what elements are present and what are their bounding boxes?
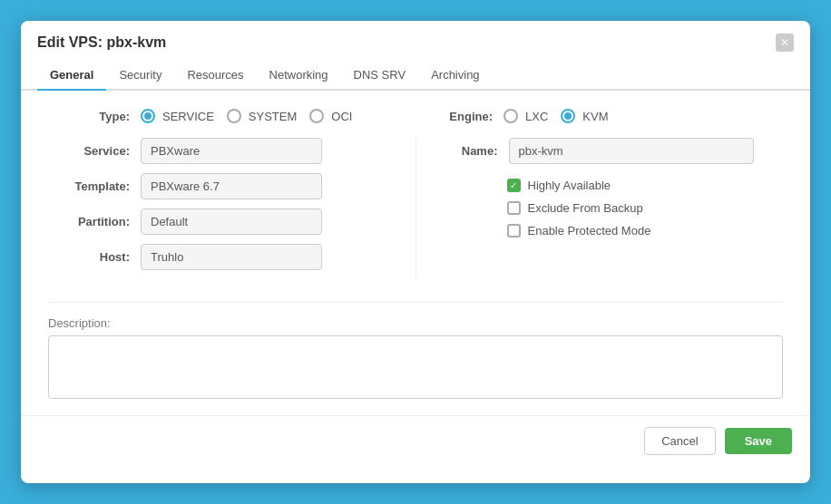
engine-kvm-label: KVM — [582, 110, 608, 123]
section-divider — [48, 302, 783, 303]
highly-available-check-icon[interactable] — [507, 179, 521, 192]
partition-input[interactable] — [141, 208, 322, 235]
edit-vps-dialog: Edit VPS: pbx-kvm ✕ General Security Res… — [21, 21, 810, 483]
protected-mode-label: Enable Protected Mode — [528, 224, 651, 237]
engine-lxc-option[interactable]: LXC — [503, 109, 548, 123]
tab-content: Type: SERVICE SYSTEM OCI — [21, 91, 810, 297]
host-input[interactable] — [141, 244, 322, 270]
engine-lxc-label: LXC — [525, 110, 548, 123]
service-input[interactable] — [141, 138, 322, 164]
engine-kvm-option[interactable]: KVM — [561, 109, 608, 123]
type-system-radio[interactable] — [227, 109, 241, 123]
dialog-vps-name: pbx-kvm — [106, 34, 166, 50]
description-section: Description: — [21, 307, 810, 411]
engine-lxc-radio[interactable] — [503, 109, 518, 123]
type-oci-label: OCI — [331, 110, 352, 123]
dialog-header: Edit VPS: pbx-kvm ✕ — [21, 21, 810, 61]
highly-available-checkbox[interactable]: Highly Available — [507, 179, 784, 192]
name-row: Name: — [444, 138, 784, 164]
exclude-backup-check-icon[interactable] — [507, 201, 521, 215]
right-column: Name: Highly Available Exclude From Back… — [416, 138, 784, 279]
type-system-label: SYSTEM — [249, 110, 297, 123]
exclude-backup-label: Exclude From Backup — [528, 201, 643, 215]
description-label: Description: — [48, 316, 783, 330]
type-service-option[interactable]: SERVICE — [141, 109, 214, 123]
template-input[interactable] — [141, 173, 322, 199]
template-row: Template: — [48, 173, 388, 199]
left-column: Service: Template: Partition: Host: — [48, 138, 416, 279]
close-button[interactable]: ✕ — [776, 34, 794, 52]
engine-label: Engine: — [429, 110, 493, 123]
description-textarea[interactable] — [48, 335, 783, 399]
exclude-backup-checkbox[interactable]: Exclude From Backup — [507, 201, 784, 215]
type-oci-option[interactable]: OCI — [309, 109, 352, 123]
tab-resources[interactable]: Resources — [174, 61, 256, 91]
protected-mode-checkbox[interactable]: Enable Protected Mode — [507, 224, 784, 237]
name-label: Name: — [444, 144, 498, 158]
cancel-button[interactable]: Cancel — [644, 427, 715, 455]
host-row: Host: — [48, 244, 388, 270]
engine-radio-group: LXC KVM — [503, 109, 608, 123]
service-row: Service: — [48, 138, 388, 164]
tab-dns-srv[interactable]: DNS SRV — [341, 61, 419, 91]
protected-mode-check-icon[interactable] — [507, 224, 521, 237]
tab-general[interactable]: General — [37, 61, 106, 91]
highly-available-label: Highly Available — [528, 179, 611, 192]
tab-archiving[interactable]: Archiving — [418, 61, 492, 91]
fields-columns: Service: Template: Partition: Host: — [48, 138, 783, 279]
tabs-bar: General Security Resources Networking DN… — [21, 61, 810, 91]
save-button[interactable]: Save — [725, 428, 792, 454]
partition-label: Partition: — [48, 215, 130, 228]
tab-networking[interactable]: Networking — [257, 61, 341, 91]
name-input[interactable] — [509, 138, 754, 164]
checkbox-group: Highly Available Exclude From Backup Ena… — [507, 179, 784, 237]
type-label: Type: — [48, 110, 130, 123]
dialog-footer: Cancel Save — [21, 415, 810, 466]
partition-row: Partition: — [48, 208, 388, 235]
type-service-label: SERVICE — [162, 110, 214, 123]
tab-security[interactable]: Security — [106, 61, 174, 91]
template-label: Template: — [48, 179, 130, 193]
type-service-radio[interactable] — [141, 109, 155, 123]
type-system-option[interactable]: SYSTEM — [227, 109, 297, 123]
dialog-title-text: Edit VPS: — [37, 34, 103, 50]
service-label: Service: — [48, 144, 130, 158]
host-label: Host: — [48, 250, 130, 264]
engine-kvm-radio[interactable] — [561, 109, 575, 123]
dialog-title: Edit VPS: pbx-kvm — [37, 34, 166, 51]
type-radio-group: SERVICE SYSTEM OCI — [141, 109, 352, 123]
type-oci-radio[interactable] — [309, 109, 324, 123]
